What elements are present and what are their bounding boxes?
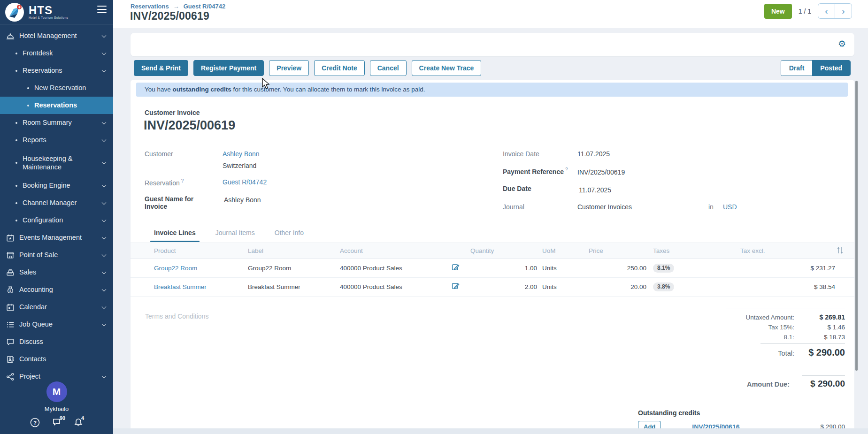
vertical-scrollbar[interactable] (855, 81, 858, 371)
line-quantity[interactable]: 1.00 (470, 259, 537, 277)
customer-link[interactable]: Ashley Bonn (223, 150, 260, 158)
sidebar-item-booking-engine[interactable]: Booking Engine (0, 177, 113, 194)
col-price[interactable]: Price (589, 243, 646, 259)
tab-invoice-lines[interactable]: Invoice Lines (154, 229, 196, 242)
bullet-icon (15, 202, 17, 204)
sidebar-item-discuss[interactable]: Discuss (0, 333, 113, 350)
register-payment-button[interactable]: Register Payment (193, 60, 264, 76)
col-quantity[interactable]: Quantity (470, 243, 537, 259)
list-icon (6, 320, 15, 329)
edit-account-icon[interactable] (452, 263, 460, 273)
product-link[interactable]: Group22 Room (154, 265, 197, 272)
sidebar-item-label: Configuration (23, 216, 63, 224)
pager-previous-button[interactable]: ‹ (818, 3, 835, 19)
tab-journal-items[interactable]: Journal Items (215, 229, 255, 242)
product-link[interactable]: Breakfast Summer (154, 283, 207, 290)
untaxed-amount-value: $ 269.81 (802, 313, 845, 321)
col-label[interactable]: Label (248, 243, 340, 259)
line-account[interactable]: 400000 Product Sales (340, 259, 452, 277)
sidebar-item-channel-manager[interactable]: Channel Manager (0, 194, 113, 212)
line-price[interactable]: 20.00 (589, 277, 646, 296)
reservation-link[interactable]: Guest R/04742 (223, 178, 267, 186)
line-label[interactable]: Group22 Room (248, 259, 340, 277)
sidebar-item-reservations-list[interactable]: Reservations (0, 97, 113, 114)
add-credit-button[interactable]: Add (638, 421, 661, 428)
line-account[interactable]: 400000 Product Sales (340, 277, 452, 296)
sidebar-item-configuration[interactable]: Configuration (0, 212, 113, 229)
sidebar-item-point-of-sale[interactable]: Point of Sale (0, 246, 113, 264)
sidebar-item-sales[interactable]: Sales (0, 264, 113, 281)
invoice-number: INV/2025/00619 (144, 118, 235, 133)
preview-button[interactable]: Preview (269, 60, 309, 76)
bullet-icon (15, 139, 17, 141)
sidebar-item-job-queue[interactable]: Job Queue (0, 316, 113, 333)
chevron-down-icon (102, 373, 107, 378)
status-posted[interactable]: Posted (812, 61, 850, 76)
tab-other-info[interactable]: Other Info (275, 229, 304, 242)
guest-name-value[interactable]: Ashley Bonn (224, 196, 261, 204)
notifications-bell-icon[interactable]: 4 (74, 418, 83, 429)
sidebar-item-label: New Reservation (34, 84, 86, 92)
totals-divider (760, 343, 845, 344)
col-account[interactable]: Account (340, 243, 452, 259)
line-price[interactable]: 250.00 (589, 259, 646, 277)
sidebar-item-label: Channel Manager (23, 198, 77, 207)
sidebar-item-housekeeping-maintenance[interactable]: Housekeeping & Maintenance (0, 149, 113, 177)
optional-columns-icon[interactable] (836, 247, 844, 256)
send-print-button[interactable]: Send & Print (134, 60, 188, 76)
line-uom[interactable]: Units (537, 277, 589, 296)
sidebar-item-reservations[interactable]: Reservations (0, 62, 113, 79)
col-taxes[interactable]: Taxes (646, 243, 740, 259)
sidebar-item-contacts[interactable]: Contacts (0, 350, 113, 368)
table-row[interactable]: Group22 Room Group22 Room 400000 Product… (131, 259, 854, 277)
col-product[interactable]: Product (131, 243, 248, 259)
gear-icon[interactable]: ⚙ (838, 39, 846, 50)
menu-toggle-icon[interactable] (97, 6, 107, 13)
share-network-icon (6, 373, 15, 381)
due-date-value[interactable]: 11.07.2025 (579, 186, 611, 194)
amount-due-label: Amount Due: (747, 381, 790, 388)
sidebar-item-label: Job Queue (19, 320, 53, 328)
sidebar-item-new-reservation[interactable]: New Reservation (0, 79, 113, 97)
outstanding-credit-link[interactable]: INV/2025/00616 (692, 423, 739, 429)
sidebar-item-accounting[interactable]: $ Accounting (0, 281, 113, 298)
line-uom[interactable]: Units (537, 259, 589, 277)
journal-in-word: in (708, 203, 714, 211)
payment-reference-value[interactable]: INV/2025/00619 (577, 168, 625, 176)
credit-note-button[interactable]: Credit Note (314, 60, 364, 76)
col-uom[interactable]: UoM (537, 243, 589, 259)
sidebar-item-room-summary[interactable]: Room Summary (0, 114, 113, 131)
breadcrumb-guest[interactable]: Guest R/04742 (184, 3, 226, 10)
chevron-down-icon (102, 217, 107, 222)
cancel-button[interactable]: Cancel (370, 60, 407, 76)
invoice-date-value[interactable]: 11.07.2025 (577, 150, 610, 158)
new-button[interactable]: New (764, 4, 792, 19)
sidebar-item-hotel-management[interactable]: Hotel Management (0, 27, 113, 45)
sidebar-item-frontdesk[interactable]: Frontdesk (0, 45, 113, 62)
journal-value[interactable]: Customer Invoices (577, 203, 632, 211)
help-icon[interactable]: ? (30, 418, 40, 429)
sidebar-item-reports[interactable]: Reports (0, 131, 113, 149)
line-subtotal: $ 231.27 (740, 259, 854, 277)
create-new-trace-button[interactable]: Create New Trace (412, 60, 482, 76)
currency-link[interactable]: USD (723, 203, 737, 211)
breadcrumb-reservations[interactable]: Reservations (131, 3, 169, 10)
sidebar-item-label: Room Summary (23, 118, 72, 127)
sidebar-item-events-management[interactable]: Events Management (0, 229, 113, 246)
line-label[interactable]: Breakfast Summer (248, 277, 340, 296)
table-row[interactable]: Breakfast Summer Breakfast Summer 400000… (131, 277, 854, 296)
sidebar-item-calendar[interactable]: Calendar (0, 298, 113, 316)
edit-account-icon[interactable] (452, 282, 460, 291)
status-draft[interactable]: Draft (781, 61, 813, 76)
messages-icon[interactable]: 90 (52, 418, 61, 428)
sidebar: HTS Hotel & Tourism Solutions Hotel Mana… (0, 0, 113, 434)
tax-badge: 8.1% (653, 264, 674, 273)
line-quantity[interactable]: 2.00 (470, 277, 537, 296)
table-header-row: Product Label Account Quantity UoM Price… (131, 243, 854, 259)
terms-placeholder[interactable]: Terms and Conditions (145, 312, 208, 320)
chevron-down-icon (102, 50, 107, 55)
pager-next-button[interactable]: › (835, 3, 852, 19)
avatar[interactable]: M (46, 381, 67, 402)
notebook-tabs: Invoice Lines Journal Items Other Info (154, 229, 304, 242)
invoice-date-label: Invoice Date (503, 150, 539, 158)
